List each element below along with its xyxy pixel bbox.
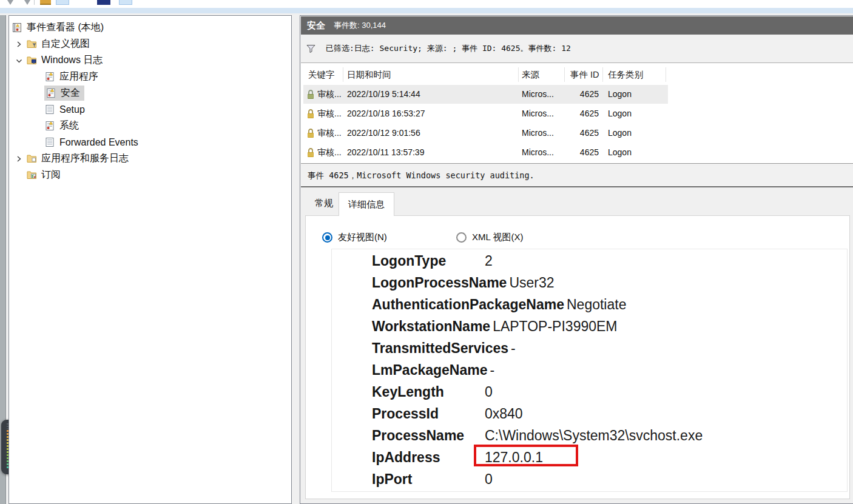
property-value: - [511, 337, 516, 359]
column-header-source[interactable]: 来源 [522, 69, 539, 81]
property-name: LmPackageName [372, 359, 488, 381]
red-annotation-box [474, 445, 578, 466]
toolbar-separator [34, 0, 35, 5]
xml-view-label: XML 视图(X) [472, 232, 523, 243]
tree-item-label: Windows 日志 [41, 54, 103, 67]
property-name: AuthenticationPackageName [372, 294, 564, 315]
tree-item-subscriptions[interactable]: 订阅 [9, 167, 291, 183]
cell-category: Logon [608, 109, 632, 118]
column-header-category[interactable]: 任务类别 [608, 69, 643, 81]
cell-event-id: 4625 [565, 147, 599, 157]
log-title: 安全 [307, 20, 325, 32]
column-separator[interactable] [666, 67, 666, 82]
audit-failure-lock-icon [306, 128, 315, 138]
tree-item-custom-views[interactable]: 自定义视图 [9, 36, 291, 52]
toolbar-panel-icon[interactable] [56, 0, 69, 5]
property-value: 2 [485, 250, 493, 272]
event-log-plain-icon [44, 104, 56, 115]
tree-selection-highlight: 安全 [44, 86, 84, 101]
property-value: - [490, 359, 495, 381]
tab-details[interactable]: 详细信息 [339, 192, 394, 216]
property-row-ipaddress: IpAddress 127.0.0.1 [332, 446, 847, 468]
tree-item-label: 应用程序 [59, 70, 98, 83]
xml-view-radio-group[interactable]: XML 视图(X) [456, 232, 523, 243]
tree-item-system-log[interactable]: 系统 [9, 118, 291, 134]
property-value: C:\Windows\System32\svchost.exe [485, 425, 703, 446]
column-header-event-id[interactable]: 事件 ID [570, 69, 599, 81]
event-row[interactable]: 审核... 2022/10/18 16:53:27 Micros... 4625… [301, 104, 853, 124]
column-separator[interactable] [518, 67, 519, 82]
event-row[interactable]: 审核... 2022/10/19 5:14:44 Micros... 4625 … [301, 85, 853, 104]
tree-item-label: 系统 [59, 119, 79, 132]
chevron-placeholder [14, 170, 24, 180]
tree-item-label: 安全 [61, 87, 80, 99]
property-row-processname: ProcessName C:\Windows\System32\svchost.… [332, 425, 847, 446]
cell-category: Logon [608, 147, 632, 157]
event-viewer-icon [12, 22, 23, 33]
radio-unselected-icon[interactable] [456, 232, 467, 243]
log-title-bar: 安全 事件数: 30,144 [301, 16, 853, 35]
column-header-datetime[interactable]: 日期和时间 [347, 69, 391, 81]
cell-datetime: 2022/10/18 16:53:27 [347, 109, 425, 118]
property-value: 0 [485, 381, 493, 403]
property-row-processid: ProcessId 0x840 [332, 403, 847, 425]
tree-item-application-log[interactable]: 应用程序 [9, 69, 291, 85]
tree-item-setup-log[interactable]: Setup [9, 101, 291, 118]
event-log-icon [44, 72, 56, 82]
event-log-icon [46, 88, 57, 98]
chevron-down-icon[interactable] [14, 56, 24, 66]
window-band [0, 8, 853, 13]
friendly-view-scroll-area[interactable]: LogonType 2 LogonProcessName User32 Auth… [331, 249, 848, 492]
tree-item-label: Setup [59, 104, 85, 115]
tree-item-forwarded-events[interactable]: Forwarded Events [9, 134, 291, 150]
column-separator[interactable] [602, 67, 603, 82]
cell-datetime: 2022/10/12 9:01:56 [347, 128, 420, 138]
windows-logs-folder-icon [26, 55, 38, 66]
column-separator[interactable] [343, 67, 343, 82]
property-name: IpAddress [372, 446, 482, 468]
cell-event-id: 4625 [565, 89, 599, 99]
tree-item-windows-logs[interactable]: Windows 日志 [9, 52, 291, 69]
tree-item-label: 订阅 [41, 169, 61, 181]
tree-item-apps-services-logs[interactable]: 应用程序和服务日志 [9, 150, 291, 167]
cell-category: Logon [608, 128, 632, 138]
property-name: WorkstationName [372, 315, 490, 337]
tree-item-label: 事件查看器 (本地) [27, 21, 104, 34]
event-row[interactable]: 审核... 2022/10/11 13:57:39 Micros... 4625… [301, 143, 853, 163]
tree-item-security-log[interactable]: 安全 [9, 85, 291, 101]
tree-item-event-viewer[interactable]: 事件查看器 (本地) [9, 19, 291, 36]
property-name: TransmittedServices [372, 337, 508, 359]
property-name: LogonProcessName [372, 272, 507, 294]
subscriptions-folder-icon [26, 170, 38, 180]
column-header-keyword[interactable]: 关键字 [308, 69, 335, 81]
friendly-view-radio-group[interactable]: 友好视图(N) [322, 232, 387, 243]
column-separator[interactable] [564, 67, 565, 82]
cell-event-id: 4625 [565, 109, 599, 118]
event-log-icon [44, 121, 56, 131]
event-viewer-window: { "sidebar": { "items": [ { "label": "事件… [0, 0, 853, 504]
event-count-label: 事件数: 30,144 [334, 20, 386, 31]
property-row-lmpackagename: LmPackageName - [332, 359, 847, 381]
cell-source: Micros... [522, 89, 554, 99]
filter-status-bar: 已筛选:日志: Security; 来源: ; 事件 ID: 4625。事件数:… [301, 35, 853, 63]
friendly-view-label: 友好视图(N) [338, 232, 387, 243]
tree-item-label: 自定义视图 [41, 38, 90, 50]
cell-keyword: 审核... [317, 89, 342, 100]
radio-selected-icon[interactable] [322, 232, 332, 243]
chevron-right-icon[interactable] [14, 39, 24, 49]
properties-icon[interactable] [97, 0, 110, 5]
cell-keyword: 审核... [317, 128, 342, 139]
chevron-right-icon[interactable] [14, 154, 24, 164]
event-row[interactable]: 审核... 2022/10/12 9:01:56 Micros... 4625 … [301, 124, 853, 143]
property-row-keylength: KeyLength 0 [332, 381, 847, 403]
audit-failure-lock-icon [306, 147, 315, 158]
property-name: IpPort [372, 468, 482, 490]
tab-general[interactable]: 常规 [309, 193, 339, 213]
show-console-tree-icon[interactable] [40, 0, 51, 5]
property-value: 0 [485, 468, 493, 490]
property-row-logontype: LogonType 2 [332, 250, 847, 272]
action-pane-icon[interactable] [119, 0, 132, 5]
property-value: User32 [509, 272, 554, 294]
custom-views-folder-icon [26, 39, 38, 49]
property-name: LogonType [372, 250, 482, 272]
